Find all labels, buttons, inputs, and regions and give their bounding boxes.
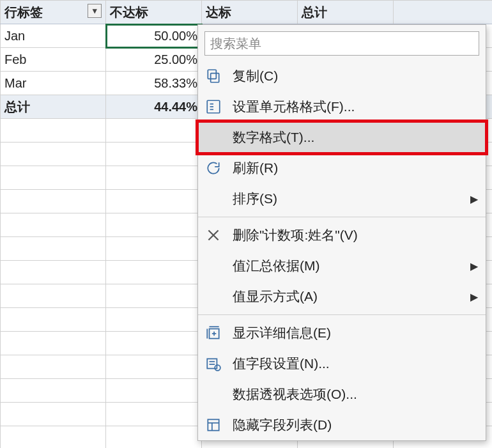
menu-label: 设置单元格格式(F)... [233, 98, 478, 116]
svg-rect-1 [208, 70, 216, 79]
menu-label: 隐藏字段列表(D) [233, 416, 478, 434]
menu-item-refresh[interactable]: 刷新(R) [198, 153, 486, 183]
menu-label: 数字格式(T)... [233, 128, 478, 146]
menu-item-format-cells[interactable]: 设置单元格格式(F)... [198, 91, 486, 122]
menu-label: 值字段设置(N)... [233, 355, 478, 373]
format-cells-icon [203, 97, 224, 117]
col-header-rowlabels-text: 行标签 [4, 5, 43, 19]
menu-item-summarize-by[interactable]: 值汇总依据(M) ▶ [198, 251, 486, 281]
copy-icon [203, 66, 224, 86]
cell-mar-1[interactable]: 58.33% [106, 72, 202, 95]
menu-item-delete[interactable]: 删除"计数项:姓名"(V) [198, 220, 486, 251]
submenu-arrow-icon: ▶ [465, 291, 478, 303]
menu-item-sort[interactable]: 排序(S) ▶ [198, 183, 486, 214]
col-header-3[interactable]: 总计 [298, 1, 394, 24]
menu-item-pivottable-options[interactable]: 数据透视表选项(O)... [198, 379, 486, 410]
svg-rect-0 [211, 73, 219, 82]
filter-dropdown-icon[interactable]: ▾ [88, 4, 102, 18]
cell-jan-1[interactable]: 50.00% [106, 24, 202, 48]
menu-separator [198, 217, 486, 217]
menu-item-show-details[interactable]: 显示详细信息(E) [198, 318, 486, 348]
submenu-arrow-icon: ▶ [465, 260, 478, 272]
show-details-icon [203, 323, 224, 343]
cell-total-1[interactable]: 44.44% [106, 95, 202, 119]
menu-item-value-field-settings[interactable]: 值字段设置(N)... [198, 348, 486, 379]
row-label-feb[interactable]: Feb [1, 48, 106, 72]
menu-item-hide-field-list[interactable]: 隐藏字段列表(D) [198, 410, 486, 440]
menu-label: 数据透视表选项(O)... [233, 385, 478, 403]
row-label-mar[interactable]: Mar [1, 72, 106, 95]
context-menu: 复制(C) 设置单元格格式(F)... 数字格式(T)... 刷新(R) 排序(… [197, 24, 486, 441]
menu-separator [198, 314, 486, 315]
col-header-1[interactable]: 不达标 [106, 1, 202, 24]
menu-item-copy[interactable]: 复制(C) [198, 61, 486, 91]
delete-icon [203, 225, 224, 245]
menu-item-number-format[interactable]: 数字格式(T)... [198, 122, 486, 153]
menu-label: 删除"计数项:姓名"(V) [233, 226, 478, 244]
menu-label: 复制(C) [233, 67, 478, 85]
menu-label: 显示详细信息(E) [233, 324, 478, 342]
svg-point-14 [215, 365, 220, 371]
submenu-arrow-icon: ▶ [465, 193, 478, 205]
menu-label: 刷新(R) [233, 159, 478, 177]
row-label-total[interactable]: 总计 [1, 95, 106, 119]
row-label-jan[interactable]: Jan [1, 24, 106, 48]
cell-feb-1[interactable]: 25.00% [106, 48, 202, 72]
hide-field-list-icon [203, 415, 224, 435]
col-header-2[interactable]: 达标 [202, 1, 298, 24]
menu-item-show-values-as[interactable]: 值显示方式(A) ▶ [198, 281, 486, 312]
col-header-extra [394, 1, 493, 24]
menu-search-input[interactable] [204, 31, 479, 56]
menu-label: 值汇总依据(M) [233, 257, 465, 275]
col-header-rowlabels[interactable]: 行标签 ▾ [1, 1, 106, 24]
value-field-settings-icon [203, 353, 224, 374]
refresh-icon [203, 158, 224, 178]
menu-label: 值显示方式(A) [233, 288, 465, 305]
menu-label: 排序(S) [233, 190, 465, 208]
svg-rect-17 [208, 419, 219, 430]
